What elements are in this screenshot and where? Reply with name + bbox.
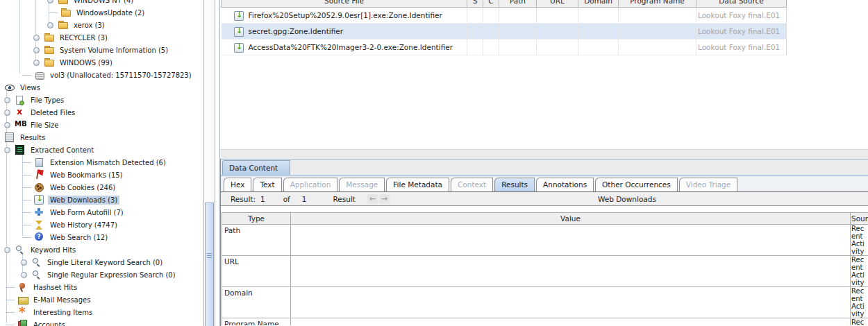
tree-item-deleted-files[interactable]: Deleted Files: [0, 106, 203, 119]
expand-handle-icon[interactable]: [47, 0, 53, 3]
column-header-domain[interactable]: Domain: [578, 0, 619, 8]
empty-cell: [537, 8, 578, 24]
tree-item-views[interactable]: Views: [0, 81, 203, 94]
tree-item-windowsupdate-2[interactable]: WindowsUpdate (2): [0, 6, 203, 19]
result-column-header-type[interactable]: Type: [222, 213, 291, 225]
expand-handle-icon[interactable]: [33, 60, 40, 66]
data-content-tab[interactable]: Data Content: [222, 160, 290, 175]
tree-item-single-regular-expression-search-0[interactable]: Single Regular Expression Search (0): [0, 268, 203, 281]
eye-icon: [4, 83, 15, 92]
expand-handle-icon[interactable]: [33, 35, 40, 41]
result-column-header-value[interactable]: Value: [291, 213, 851, 225]
download-icon: [34, 195, 45, 205]
attribute-source-cell: Recent Activity: [851, 318, 868, 326]
expand-handle-icon[interactable]: [4, 97, 10, 103]
asterisk-icon: [17, 307, 28, 317]
tab-text[interactable]: Text: [253, 178, 281, 191]
tree-item-single-literal-keyword-search-0[interactable]: Single Literal Keyword Search (0): [0, 256, 203, 268]
table-row[interactable]: Firefox%20Setup%2052.9.0esr[1].exe:Zone.…: [222, 8, 787, 24]
tree-connector: [22, 237, 31, 238]
tab-message: Message: [339, 178, 385, 191]
tree-item-label: Single Literal Keyword Search (0): [45, 258, 165, 267]
extracted-icon: [15, 145, 26, 155]
pin-icon: [17, 282, 28, 292]
tree-item-results[interactable]: Results: [0, 131, 203, 144]
column-header-path[interactable]: Path: [499, 0, 537, 8]
expand-handle-icon[interactable]: [4, 247, 10, 253]
expand-handle-icon[interactable]: [33, 47, 40, 53]
empty-cell: [467, 24, 483, 40]
attribute-value-cell: [291, 225, 851, 256]
column-header-s[interactable]: S: [467, 0, 483, 8]
tree-item-interesting-items[interactable]: Interesting Items: [0, 306, 203, 318]
tree-item-web-cookies-246[interactable]: Web Cookies (246): [0, 181, 203, 194]
column-header-program-name[interactable]: Program Name: [619, 0, 696, 8]
table-row[interactable]: AccessData%20FTK%20Imager3-2-0.exe:Zone.…: [222, 40, 787, 55]
tree-item-label: Single Regular Expression Search (0): [45, 271, 178, 280]
tree-item-web-search-12[interactable]: Web Search (12): [0, 231, 203, 243]
tree-item-hashset-hits[interactable]: Hashset Hits: [0, 281, 203, 293]
tree-item-label: Hashset Hits: [31, 283, 79, 292]
tree-scrollbar[interactable]: [203, 0, 215, 326]
result-row-domain[interactable]: DomainRecent Activity: [222, 287, 868, 318]
tree-item-web-downloads-3[interactable]: Web Downloads (3): [0, 194, 203, 206]
tab-other-occurrences[interactable]: Other Occurrences: [595, 178, 678, 191]
tree-scrollbar-thumb[interactable]: [205, 203, 214, 326]
tree-item-web-form-autofill-7[interactable]: Web Form Autofill (7): [0, 206, 203, 218]
tree-item-e-mail-messages[interactable]: E-Mail Messages: [0, 293, 203, 306]
tree-item-system-volume-information-5[interactable]: System Volume Information (5): [0, 44, 203, 56]
empty-cell: [578, 24, 619, 40]
previous-result-arrow-icon[interactable]: ←: [367, 194, 378, 204]
tree-item-vol3-unallocated-15711570-15727823[interactable]: vol3 (Unallocated: 15711570-15727823): [0, 69, 203, 81]
tab-file-metadata[interactable]: File Metadata: [386, 178, 449, 191]
result-column-header-source[interactable]: Source: [851, 213, 868, 225]
tree-item-file-size[interactable]: File Size: [0, 119, 203, 131]
tree-item-accounts[interactable]: Accounts: [0, 318, 203, 326]
folder-icon: [58, 0, 69, 5]
column-header-url[interactable]: URL: [537, 0, 578, 8]
tree-item-windows-nt-4[interactable]: WINDOWS NT (4): [0, 0, 203, 6]
tree-item-keyword-hits[interactable]: Keyword Hits: [0, 243, 203, 256]
directory-tree-panel: WINDOWS NT (4)WindowsUpdate (2)xerox (3)…: [0, 0, 203, 326]
tab-hex[interactable]: Hex: [224, 178, 251, 191]
tab-annotations[interactable]: Annotations: [536, 178, 594, 191]
tree-item-extension-mismatch-detected-6[interactable]: Extension Mismatch Detected (6): [0, 156, 203, 169]
column-header-data-source[interactable]: Data Source: [696, 0, 787, 8]
tab-results[interactable]: Results: [494, 178, 535, 191]
tree-item-label: Web Form Autofill (7): [48, 208, 126, 217]
tree-connector: [22, 200, 31, 200]
column-header-source-file[interactable]: Source File: [222, 0, 467, 8]
tree-item-extracted-content[interactable]: Extracted Content: [0, 144, 203, 156]
mb-icon: [15, 120, 26, 130]
empty-cell: [467, 8, 483, 24]
column-header-c[interactable]: C: [483, 0, 499, 8]
result-of-label: of: [283, 195, 290, 203]
expand-handle-icon[interactable]: [21, 272, 27, 278]
expand-handle-icon[interactable]: [21, 259, 27, 266]
expand-handle-icon[interactable]: [4, 122, 10, 128]
expand-handle-icon[interactable]: [47, 22, 53, 28]
tree-item-label: Keyword Hits: [28, 246, 78, 255]
file-table-region: Source FileSCPathURLDomainProgram NameDa…: [220, 0, 868, 149]
tree-connector: [49, 12, 58, 13]
results-icon: [4, 132, 15, 142]
tree-item-web-history-4747[interactable]: Web History (4747): [0, 218, 203, 231]
horizontal-splitter[interactable]: [220, 149, 868, 159]
result-row-program-name[interactable]: Program NameRecent Activity: [222, 318, 868, 326]
result-row-path[interactable]: PathRecent Activity: [222, 225, 868, 256]
expand-handle-icon[interactable]: [4, 110, 10, 116]
empty-cell: [578, 40, 619, 55]
tree-item-recycler-3[interactable]: RECYCLER (3): [0, 31, 203, 44]
tree-item-file-types[interactable]: File Types: [0, 94, 203, 106]
tree-item-web-bookmarks-15[interactable]: Web Bookmarks (15): [0, 169, 203, 181]
expand-handle-icon[interactable]: [4, 147, 10, 153]
tree-item-xerox-3[interactable]: xerox (3): [0, 19, 203, 31]
directory-tree: WINDOWS NT (4)WindowsUpdate (2)xerox (3)…: [0, 0, 203, 326]
table-row[interactable]: secret.gpg:Zone.IdentifierLookout Foxy f…: [222, 24, 787, 40]
tree-item-windows-99[interactable]: WINDOWS (99): [0, 56, 203, 69]
next-result-arrow-icon[interactable]: →: [379, 194, 390, 204]
scrollbar-grip-icon: [207, 253, 212, 259]
data-content-panel: Data Content HexTextApplicationMessageFi…: [220, 159, 868, 326]
result-row-url[interactable]: URLRecent Activity: [222, 256, 868, 287]
result-label: Result:: [231, 195, 256, 203]
